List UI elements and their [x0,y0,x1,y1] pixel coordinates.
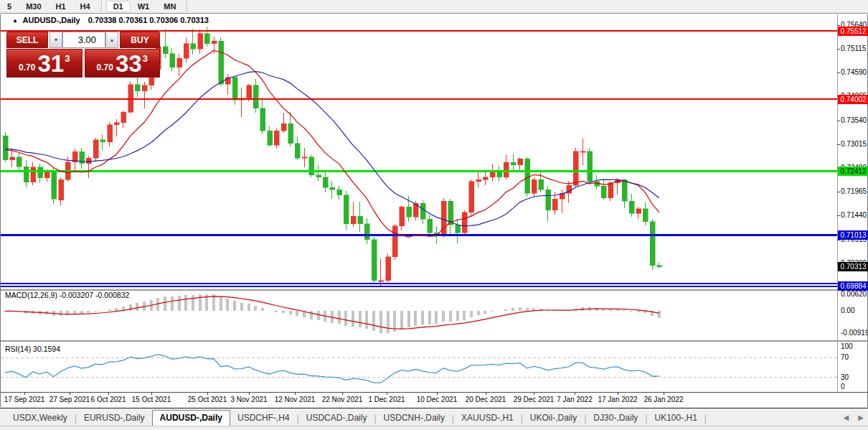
time-axis-label: 7 Jan 2022 [557,396,593,403]
rsi-axis-label: 100 [841,342,853,350]
rsi-indicator-label: RSI(14) 30.1594 [5,345,60,353]
rsi-line [5,355,659,383]
time-axis-label: 12 Nov 2021 [275,396,316,403]
price-tick-label: 0.71440 [841,211,867,219]
time-axis-label: 27 Sep 2021 [49,396,90,403]
buy-price-pip-digit: 3 [143,53,148,64]
rsi-panel [1,355,837,383]
time-axis-label: 22 Nov 2021 [322,396,363,403]
chart-tab-ukoil-[interactable]: UKOil-,Daily [523,411,584,426]
price-level-badge: 0.74002 [838,95,868,104]
price-level-badge: 0.69884 [838,281,868,291]
time-tick-mark [387,393,387,395]
price-tick-mark [837,73,840,73]
time-tick-mark [575,393,575,395]
triangle-up-icon: ▲ [110,37,115,42]
chart-tab-dj30-[interactable]: DJ30-,Daily [586,411,645,426]
chart-tab-audusd-[interactable]: AUDUSD-,Daily [152,410,230,426]
timeframe-button-w1[interactable]: W1 [131,1,157,12]
price-level-badge: 0.72412 [838,167,868,176]
macd-axis-label: 0.00 [841,307,854,314]
chart-tab-usdx[interactable]: USDX,Weekly [6,411,75,426]
sell-price-button[interactable]: 0.70 31 3 [6,49,82,78]
price-tick-mark [837,215,840,216]
timeframe-button-h4[interactable]: H4 [73,1,98,12]
chart-tab-usdcad-[interactable]: USDCAD-,Daily [299,411,374,426]
tab-bar-divider [0,426,868,426]
sell-price-big-digits: 31 [37,53,64,75]
trading-app: 5M30H1H4D1W1MN ▲ AUDUSD-,Daily 0.70338 0… [0,0,868,430]
moving-average-lines [5,50,659,237]
chart-symbol-label: AUDUSD-,Daily [23,16,80,24]
chart-tab-uk100-[interactable]: UK100-,H1 [647,411,704,426]
triangle-down-icon: ▼ [54,37,59,42]
price-tick-mark [837,192,840,192]
price-tick-label: 0.75115 [841,45,866,52]
timeframe-button-m30[interactable]: M30 [19,1,48,12]
chart-tab-xauusd-[interactable]: XAUUSD-,H1 [454,411,521,426]
time-tick-mark [342,393,343,395]
price-tick-mark [837,144,840,145]
timeframe-toolbar: 5M30H1H4D1W1MN [0,0,868,14]
tab-separator: | [704,413,707,426]
time-tick-mark [151,393,152,395]
price-tick-label: 0.73015 [841,140,867,148]
time-tick-mark [24,393,25,395]
tabs-scroll-left-icon[interactable]: ◀ [844,413,849,421]
chart-tab-usdchf-[interactable]: USDCHF-,H4 [230,411,297,426]
chart-window: ▲ AUDUSD-,Daily 0.70338 0.70361 0.70306 … [0,14,868,407]
time-tick-mark [70,393,70,395]
time-tick-mark [618,393,618,395]
buy-price-big-digits: 33 [115,53,142,75]
price-tick-label: 0.73540 [841,116,867,124]
time-axis-label: 26 Jan 2022 [643,396,683,403]
price-level-badge: 0.71013 [838,230,868,240]
chart-title: ▲ AUDUSD-,Daily 0.70338 0.70361 0.70306 … [12,16,209,24]
time-tick-mark [249,393,250,395]
buy-price-prefix: 0.70 [97,62,113,73]
rsi-axis-label: 0 [841,383,845,391]
chart-tab-eurusd-[interactable]: EURUSD-,Daily [77,411,152,426]
one-click-trade-panel: SELL ▼ 3.00 ▲ BUY 0.70 31 3 0.70 33 [6,32,160,78]
price-tick-mark [837,121,840,121]
time-axis-label: 1 Dec 2021 [368,396,405,403]
toolbar-separator [187,1,188,11]
chart-tab-usdcnh-[interactable]: USDCNH-,Daily [377,411,452,426]
time-axis-label: 20 Dec 2021 [466,396,506,403]
time-axis-label: 17 Sep 2021 [4,396,45,403]
sell-button[interactable]: SELL [6,32,48,48]
macd-axis-label: -0.009197 [841,329,868,337]
rsi-axis-label: 30 [841,373,849,381]
timeframe-button-d1[interactable]: D1 [106,1,131,12]
timeframe-button-h1[interactable]: H1 [49,1,73,12]
time-axis-label: 29 Dec 2021 [514,396,555,403]
time-tick-mark [295,393,296,395]
time-tick-mark [486,393,486,395]
time-axis-label: 15 Oct 2021 [132,396,171,403]
sell-price-prefix: 0.70 [19,62,35,73]
macd-axis-label: 0.006201 [841,290,868,298]
price-tick-label: 0.71965 [841,187,867,195]
macd-histogram [4,294,661,333]
lot-decrease-button[interactable]: ▼ [49,32,62,48]
time-axis-label: 25 Oct 2021 [188,396,227,403]
timeframe-button-mn[interactable]: MN [156,1,183,12]
macd-indicator-label: MACD(12,26,9) -0.003207 -0.000832 [5,291,129,299]
tabs-scroll-right-icon[interactable]: ▶ [858,413,864,421]
toolbar-separator [101,1,103,11]
time-axis-label: 3 Nov 2021 [230,396,267,403]
time-axis-label: 17 Jan 2022 [598,396,637,403]
buy-button[interactable]: BUY [120,32,160,48]
lot-size-input[interactable]: 3.00 [62,32,105,48]
time-tick-mark [664,393,664,395]
timeframe-button-5[interactable]: 5 [0,1,19,12]
time-axis-label: 10 Dec 2021 [417,396,458,403]
price-level-badge: 0.70313 [838,262,868,271]
price-tick-mark [837,49,840,50]
price-tick-label: 0.74590 [841,68,867,76]
sell-price-pip-digit: 3 [65,53,70,64]
lot-increase-button[interactable]: ▲ [105,32,118,48]
buy-price-button[interactable]: 0.70 33 3 [85,49,161,78]
time-tick-mark [207,393,208,395]
chart-symbol-arrow-icon: ▲ [12,17,18,24]
